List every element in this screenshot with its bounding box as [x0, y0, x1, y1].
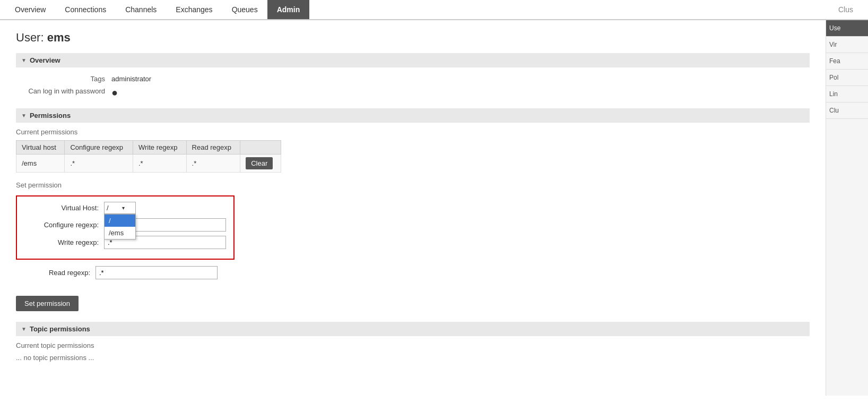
nav-tab-admin[interactable]: Admin: [267, 0, 310, 19]
read-input[interactable]: [96, 266, 218, 279]
configure-field-label: Configure regexp:: [24, 221, 104, 229]
col-action: [240, 141, 281, 155]
vhost-dropdown-container: / ▾ / /ems: [104, 202, 136, 214]
nav-tab-queues[interactable]: Queues: [222, 0, 267, 19]
nav-tab-exchanges[interactable]: Exchanges: [166, 0, 222, 19]
login-value: ●: [111, 87, 118, 98]
row-clear: Clear: [240, 155, 281, 173]
layout: User: ems ▼ Overview Tags administrator …: [0, 20, 868, 396]
clear-button[interactable]: Clear: [246, 157, 273, 169]
overview-table: Tags administrator Can log in with passw…: [16, 73, 810, 100]
permissions-body: Current permissions Virtual host Configu…: [16, 128, 810, 311]
tags-value: administrator: [111, 75, 151, 83]
sidebar-item-lin[interactable]: Lin: [826, 86, 868, 102]
topic-section: ▼ Topic permissions Current topic permis…: [16, 322, 810, 362]
topic-arrow-icon: ▼: [21, 326, 27, 332]
read-form-row: Read regexp:: [16, 266, 810, 279]
permissions-arrow-icon: ▼: [21, 113, 27, 118]
vhost-form-row: Virtual Host: / ▾ / /ems: [24, 202, 226, 214]
overview-arrow-icon: ▼: [21, 57, 27, 63]
col-configure: Configure regexp: [65, 141, 133, 155]
vhost-field-label: Virtual Host:: [24, 204, 104, 212]
main-content: User: ems ▼ Overview Tags administrator …: [0, 20, 826, 396]
page-title: User: ems: [16, 31, 810, 45]
page-title-prefix: User:: [16, 31, 47, 44]
set-permission-form-box: Virtual Host: / ▾ / /ems Configu: [16, 195, 235, 260]
chevron-down-icon: ▾: [122, 205, 125, 211]
overview-heading: Overview: [30, 56, 60, 64]
vhost-option-ems[interactable]: /ems: [105, 227, 135, 239]
permissions-table: Virtual host Configure regexp Write rege…: [16, 140, 281, 173]
col-read: Read regexp: [186, 141, 240, 155]
cluster-link: Clus: [829, 0, 863, 19]
nav-tab-connections[interactable]: Connections: [55, 0, 116, 19]
topic-heading: Topic permissions: [30, 325, 90, 333]
overview-tags-row: Tags administrator: [27, 73, 810, 85]
vhost-dropdown-list: / /ems: [104, 214, 136, 240]
topic-section-header[interactable]: ▼ Topic permissions: [16, 322, 810, 336]
login-label: Can log in with password: [27, 87, 111, 98]
read-field-label: Read regexp:: [16, 269, 96, 277]
right-sidebar: Use Vir Fea Pol Lin Clu: [826, 20, 868, 396]
col-write: Write regexp: [133, 141, 186, 155]
sidebar-item-pol[interactable]: Pol: [826, 70, 868, 86]
no-topic-data: ... no topic permissions ...: [16, 354, 810, 362]
row-vhost: /ems: [16, 155, 65, 173]
sidebar-item-use[interactable]: Use: [826, 20, 868, 37]
row-write: .*: [133, 155, 186, 173]
table-row: /ems .* .* .* Clear: [16, 155, 281, 173]
sidebar-item-fea[interactable]: Fea: [826, 53, 868, 70]
nav-tab-overview[interactable]: Overview: [5, 0, 55, 19]
write-field-label: Write regexp:: [24, 238, 104, 246]
permissions-heading: Permissions: [30, 112, 71, 119]
page-title-value: ems: [47, 31, 71, 44]
vhost-selected-value: /: [107, 204, 109, 212]
top-nav: Overview Connections Channels Exchanges …: [0, 0, 868, 20]
nav-tab-channels[interactable]: Channels: [116, 0, 166, 19]
row-read: .*: [186, 155, 240, 173]
overview-login-row: Can log in with password ●: [27, 85, 810, 100]
sidebar-item-clu[interactable]: Clu: [826, 102, 868, 119]
vhost-option-slash[interactable]: /: [105, 215, 135, 227]
current-permissions-label: Current permissions: [16, 128, 810, 136]
sidebar-item-vir[interactable]: Vir: [826, 37, 868, 53]
set-permission-button[interactable]: Set permission: [16, 296, 79, 311]
col-vhost: Virtual host: [16, 141, 65, 155]
current-topic-label: Current topic permissions: [16, 341, 810, 349]
vhost-dropdown-trigger[interactable]: / ▾: [104, 202, 136, 214]
tags-label: Tags: [27, 75, 111, 83]
overview-section-header[interactable]: ▼ Overview: [16, 53, 810, 67]
row-configure: .*: [65, 155, 133, 173]
permissions-section-header[interactable]: ▼ Permissions: [16, 108, 810, 123]
set-permission-label: Set permission: [16, 181, 810, 189]
